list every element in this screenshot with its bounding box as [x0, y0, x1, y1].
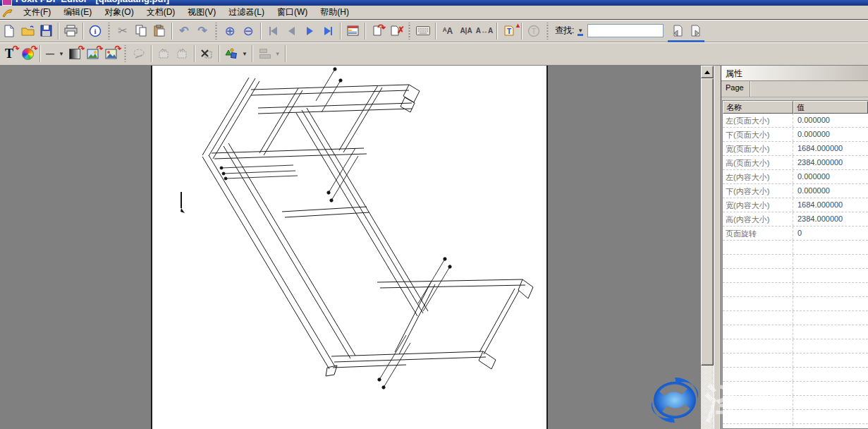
text-circle-button[interactable]: T — [525, 22, 543, 40]
property-row[interactable]: 高(内容大小)2384.000000 — [723, 212, 868, 226]
page-form-button[interactable] — [343, 22, 362, 40]
insert-shapes-button[interactable] — [222, 44, 240, 63]
property-row[interactable] — [723, 382, 868, 396]
property-value[interactable] — [793, 339, 868, 353]
property-value[interactable]: 1684.000000 — [793, 198, 868, 212]
column-header-value[interactable]: 值 — [793, 101, 868, 114]
property-value[interactable] — [793, 241, 868, 254]
previous-page-button[interactable] — [282, 22, 300, 40]
property-value[interactable]: 0.000000 — [793, 170, 868, 183]
property-value[interactable]: 0.000000 — [793, 128, 868, 141]
property-value[interactable] — [793, 368, 868, 381]
scrollbar-thumb[interactable] — [701, 78, 714, 365]
property-value[interactable]: 0.000000 — [793, 184, 868, 198]
menu-item[interactable]: 编辑(E) — [57, 6, 98, 18]
property-row[interactable] — [723, 311, 868, 325]
find-next-button[interactable] — [686, 22, 704, 40]
edit-text-button[interactable]: T↷ — [0, 44, 18, 63]
rotate-right-button[interactable] — [173, 44, 191, 63]
pdf-page[interactable] — [151, 66, 548, 429]
property-row[interactable]: 宽(页面大小)1684.000000 — [723, 142, 868, 156]
edit-gradient-button[interactable]: ↷ — [66, 44, 84, 63]
property-row[interactable] — [723, 297, 868, 311]
scroll-up-button[interactable] — [701, 66, 714, 78]
property-row[interactable]: 下(内容大小)0.000000 — [723, 184, 868, 198]
property-value[interactable] — [793, 283, 868, 296]
line-style-dropdown[interactable]: ▼ — [59, 51, 64, 57]
tab-page[interactable]: Page — [721, 81, 750, 97]
zoom-in-button[interactable]: ⊕ — [221, 22, 239, 40]
property-value[interactable]: 2384.000000 — [793, 156, 868, 169]
font-width-button[interactable]: A|A — [457, 22, 475, 40]
last-page-button[interactable] — [319, 22, 337, 40]
find-previous-button[interactable] — [668, 22, 686, 40]
replace-image-button[interactable]: ↷ — [102, 44, 121, 63]
property-value[interactable] — [793, 424, 868, 429]
menu-item[interactable]: 窗口(W) — [271, 6, 314, 18]
document-info-button[interactable]: i — [86, 22, 104, 40]
menu-item[interactable]: 文档(D) — [140, 6, 182, 18]
property-value[interactable] — [793, 382, 868, 395]
property-value[interactable] — [793, 255, 868, 268]
property-row[interactable] — [723, 368, 868, 382]
property-row[interactable]: 页面旋转0 — [723, 226, 868, 241]
delete-page-button[interactable]: ✗ — [386, 22, 405, 40]
add-text-button[interactable]: T▴ — [500, 22, 518, 40]
align-objects-button[interactable] — [255, 44, 274, 63]
property-row[interactable] — [723, 269, 868, 283]
cut-button[interactable]: ✂ — [114, 22, 132, 40]
property-row[interactable]: 宽(内容大小)1684.000000 — [723, 198, 868, 212]
undo-button[interactable]: ↶ — [175, 22, 193, 40]
menu-item[interactable]: 帮助(H) — [314, 6, 355, 18]
property-row[interactable]: 下(页面大小)0.000000 — [723, 128, 868, 142]
property-value[interactable] — [793, 354, 868, 367]
property-value[interactable] — [793, 396, 868, 409]
property-row[interactable] — [723, 424, 868, 429]
insert-page-button[interactable]: ↷ — [368, 22, 386, 40]
find-input[interactable] — [587, 24, 664, 37]
title-bar[interactable]: Foxit PDF Editor - [qiaojiadang.pdf] — [0, 0, 868, 6]
menu-item[interactable]: 过滤器(L) — [222, 6, 271, 18]
font-spacing-button[interactable]: A↔A — [475, 22, 494, 40]
property-value[interactable]: 2384.000000 — [793, 212, 868, 226]
menu-item[interactable]: 对象(O) — [98, 6, 140, 18]
property-row[interactable]: 左(内容大小)0.000000 — [723, 170, 868, 184]
copy-button[interactable] — [132, 22, 150, 40]
property-row[interactable] — [723, 354, 868, 368]
property-value[interactable]: 1684.000000 — [793, 142, 868, 155]
find-options-dropdown[interactable]: ▼ — [577, 28, 583, 34]
property-value[interactable]: 0.000000 — [793, 114, 868, 127]
document-workspace[interactable]: 属性 Page 名称 值 左(页面大小)0.000000下(页面大小)0.000… — [0, 65, 868, 429]
property-value[interactable] — [793, 325, 868, 339]
menu-item[interactable]: 视图(V) — [181, 6, 222, 18]
print-button[interactable] — [61, 22, 80, 40]
property-row[interactable]: 高(页面大小)2384.000000 — [723, 156, 868, 170]
property-row[interactable] — [723, 410, 868, 424]
property-row[interactable] — [723, 339, 868, 354]
property-value[interactable] — [793, 269, 868, 282]
property-value[interactable]: 0 — [793, 226, 868, 240]
menu-item[interactable]: 文件(F) — [17, 6, 57, 18]
save-file-button[interactable] — [37, 22, 55, 40]
line-style-button[interactable]: — — [43, 44, 57, 63]
delete-object-button[interactable] — [197, 44, 216, 63]
deselect-button[interactable] — [130, 44, 148, 63]
property-row[interactable]: 左(页面大小)0.000000 — [723, 114, 868, 128]
open-file-button[interactable] — [18, 22, 37, 40]
font-size-button[interactable]: ᴬA — [439, 22, 457, 40]
property-row[interactable] — [723, 325, 868, 339]
edit-color-button[interactable]: ↷ — [18, 44, 37, 63]
column-header-name[interactable]: 名称 — [723, 101, 793, 114]
property-value[interactable] — [793, 297, 868, 310]
property-row[interactable] — [723, 283, 868, 297]
first-page-button[interactable] — [264, 22, 282, 40]
vertical-scrollbar[interactable] — [701, 66, 714, 429]
rotate-left-button[interactable] — [154, 44, 173, 63]
property-value[interactable] — [793, 410, 868, 423]
new-document-button[interactable] — [0, 22, 18, 40]
insert-shapes-dropdown[interactable]: ▼ — [242, 51, 247, 57]
keyboard-button[interactable] — [414, 22, 432, 40]
property-row[interactable] — [723, 241, 868, 255]
property-value[interactable] — [793, 311, 868, 325]
property-row[interactable] — [723, 255, 868, 269]
